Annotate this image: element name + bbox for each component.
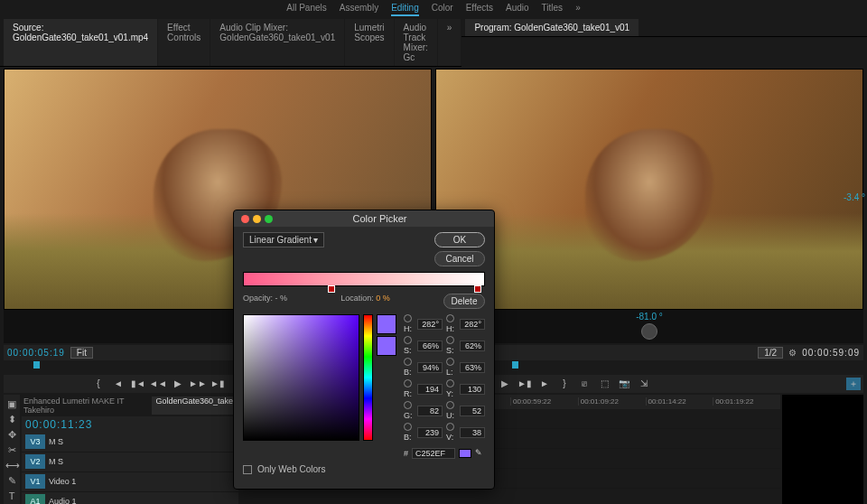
radio-u[interactable] bbox=[446, 401, 454, 409]
ws-tab-audio[interactable]: Audio bbox=[506, 3, 529, 16]
dialog-titlebar[interactable]: Color Picker bbox=[234, 210, 494, 227]
prog-mark-out-icon[interactable]: } bbox=[557, 378, 572, 390]
program-monitor: -3.4 ° -81.0 ° bbox=[435, 69, 863, 343]
vr-angle-horizontal: -81.0 ° bbox=[636, 312, 663, 322]
settings-icon[interactable]: ⚙ bbox=[788, 348, 797, 358]
step-back-icon[interactable]: ▮◄ bbox=[131, 378, 145, 390]
prog-camera-icon[interactable]: 📷 bbox=[617, 378, 631, 390]
yuv-y-input[interactable]: 130 bbox=[460, 384, 485, 395]
tab-program[interactable]: Program: GoldenGate360_take01_v01 bbox=[465, 19, 639, 36]
prog-export-icon[interactable]: ⇲ bbox=[637, 378, 651, 390]
hsb-b-input[interactable]: 94% bbox=[417, 362, 443, 373]
gradient-bar[interactable] bbox=[243, 272, 485, 286]
eyedropper-icon[interactable]: ✎ bbox=[475, 448, 485, 459]
track-v2-mutesolo[interactable]: M S bbox=[49, 457, 63, 466]
program-label: Program: bbox=[474, 23, 511, 33]
rgb-r-input[interactable]: 194 bbox=[417, 384, 443, 395]
gradient-type-dropdown[interactable]: Linear Gradient▾ bbox=[243, 232, 324, 247]
tab-audio-track-mixer[interactable]: Audio Track Mixer: Gc bbox=[395, 19, 437, 66]
radio-s[interactable] bbox=[404, 336, 412, 344]
saturation-value-picker[interactable] bbox=[243, 314, 359, 441]
tab-audio-clip-mixer[interactable]: Audio Clip Mixer: GoldenGate360_take01_v… bbox=[210, 19, 344, 66]
prog-lift-icon[interactable]: ⎚ bbox=[577, 378, 592, 390]
ws-tab-assembly[interactable]: Assembly bbox=[340, 3, 378, 16]
yuv-u-input[interactable]: 52 bbox=[460, 406, 485, 416]
ws-tab-effects[interactable]: Effects bbox=[466, 3, 493, 16]
button-editor-icon[interactable]: ＋ bbox=[846, 378, 861, 390]
radio-bb[interactable] bbox=[404, 423, 412, 431]
seq-tab-goldengate[interactable]: GoldenGate360_take bbox=[152, 397, 237, 415]
prog-go-to-out-icon[interactable]: ► bbox=[537, 378, 552, 390]
step-forward-icon[interactable]: ►▮ bbox=[210, 378, 225, 390]
vr-orientation-widget[interactable] bbox=[641, 323, 657, 340]
type-tool-icon[interactable]: T bbox=[5, 490, 18, 501]
ws-tab-titles[interactable]: Titles bbox=[542, 3, 564, 16]
gradient-stop-2[interactable] bbox=[474, 285, 481, 293]
radio-l[interactable] bbox=[446, 358, 454, 366]
ws-tabs-overflow-icon[interactable]: » bbox=[575, 3, 581, 16]
program-monitor-frame[interactable] bbox=[435, 69, 863, 310]
radio-y[interactable] bbox=[446, 379, 454, 387]
source-timecode[interactable]: 00:00:05:19 bbox=[7, 348, 65, 358]
sequence-timecode[interactable]: 00:00:11:23 bbox=[22, 416, 238, 433]
play-forward-icon[interactable]: ►► bbox=[191, 378, 205, 390]
ws-tab-color[interactable]: Color bbox=[432, 3, 453, 16]
ripple-tool-icon[interactable]: ✥ bbox=[5, 429, 18, 441]
radio-s2[interactable] bbox=[446, 336, 454, 344]
ok-button[interactable]: OK bbox=[434, 232, 485, 247]
location-value[interactable]: 0 % bbox=[376, 294, 390, 303]
hsb-h-input[interactable]: 282° bbox=[417, 319, 443, 330]
tab-source-clip[interactable]: Source: GoldenGate360_take01_v01.mp4 bbox=[4, 19, 157, 66]
window-minimize-icon[interactable] bbox=[253, 215, 261, 223]
go-to-in-icon[interactable]: ◄ bbox=[111, 378, 126, 390]
hsl-l-input[interactable]: 63% bbox=[460, 362, 485, 373]
selection-tool-icon[interactable]: ▣ bbox=[5, 398, 18, 410]
ruler-tick: 00:00:59:22 bbox=[510, 397, 578, 406]
tab-effect-controls[interactable]: Effect Controls bbox=[158, 19, 210, 66]
hue-slider[interactable] bbox=[363, 314, 373, 441]
rgb-g-input[interactable]: 82 bbox=[417, 406, 443, 416]
prog-step-forward-icon[interactable]: ►▮ bbox=[517, 378, 532, 390]
gradient-stop-1[interactable] bbox=[328, 285, 335, 293]
only-web-colors-checkbox[interactable] bbox=[243, 465, 252, 474]
radio-r[interactable] bbox=[404, 379, 412, 387]
razor-tool-icon[interactable]: ✂ bbox=[5, 444, 18, 456]
source-tabs-overflow-icon[interactable]: » bbox=[438, 19, 461, 66]
track-a1-tag[interactable]: A1 bbox=[25, 494, 45, 504]
delete-stop-button[interactable]: Delete bbox=[443, 294, 485, 309]
seq-tab-lumetri[interactable]: Enhanced Lumetri MAKE IT Takehiro bbox=[23, 397, 146, 415]
play-backward-icon[interactable]: ◄◄ bbox=[151, 378, 165, 390]
window-zoom-icon[interactable] bbox=[265, 215, 273, 223]
ws-tab-editing[interactable]: Editing bbox=[391, 3, 419, 16]
track-v1-tag[interactable]: V1 bbox=[25, 474, 45, 489]
hsl-s-input[interactable]: 62% bbox=[460, 341, 485, 351]
program-scrub-bar[interactable] bbox=[435, 361, 863, 374]
radio-v[interactable] bbox=[446, 423, 454, 431]
hex-input[interactable]: C252EF bbox=[412, 448, 455, 459]
hsl-h-input[interactable]: 282° bbox=[460, 319, 485, 330]
window-close-icon[interactable] bbox=[241, 215, 249, 223]
rgb-b-input[interactable]: 239 bbox=[417, 427, 443, 438]
track-v3-mutesolo[interactable]: M S bbox=[49, 437, 63, 446]
previous-color-swatch[interactable] bbox=[377, 336, 396, 356]
radio-h[interactable] bbox=[404, 314, 412, 322]
mark-in-icon[interactable]: { bbox=[91, 378, 106, 390]
track-select-tool-icon[interactable]: ⬍ bbox=[5, 414, 18, 425]
pen-tool-icon[interactable]: ✎ bbox=[5, 475, 18, 487]
slip-tool-icon[interactable]: ⟷ bbox=[5, 460, 18, 471]
prog-play-icon[interactable]: ▶ bbox=[498, 378, 512, 390]
track-v3-tag[interactable]: V3 bbox=[25, 434, 45, 449]
hsb-s-input[interactable]: 66% bbox=[417, 341, 443, 351]
cancel-button[interactable]: Cancel bbox=[434, 251, 485, 266]
yuv-v-input[interactable]: 38 bbox=[460, 427, 485, 438]
play-icon[interactable]: ▶ bbox=[171, 378, 185, 390]
prog-extract-icon[interactable]: ⬚ bbox=[597, 378, 611, 390]
source-fit-dropdown[interactable]: Fit bbox=[70, 347, 93, 359]
radio-h2[interactable] bbox=[446, 314, 454, 322]
radio-g[interactable] bbox=[404, 401, 412, 409]
program-zoom-dropdown[interactable]: 1/2 bbox=[758, 347, 783, 359]
ws-tab-allpanels[interactable]: All Panels bbox=[286, 3, 326, 16]
radio-b[interactable] bbox=[404, 358, 412, 366]
track-v2-tag[interactable]: V2 bbox=[25, 454, 45, 469]
tab-lumetri-scopes[interactable]: Lumetri Scopes bbox=[345, 19, 393, 66]
